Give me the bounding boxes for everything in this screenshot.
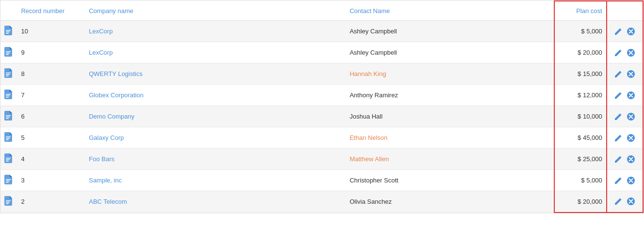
action-buttons xyxy=(611,47,639,58)
company-name[interactable]: LexCorp xyxy=(85,21,346,42)
table-row: 3Sample, incChristopher Scott$ 5,000 xyxy=(0,170,643,191)
edit-button[interactable] xyxy=(613,26,624,37)
action-buttons xyxy=(611,69,639,79)
delete-button[interactable] xyxy=(626,133,636,143)
edit-button[interactable] xyxy=(613,90,624,101)
table-row: 9LexCorpAshley Campbell$ 20,000 xyxy=(0,42,643,63)
company-name[interactable]: Foo Bars xyxy=(85,149,346,170)
company-link[interactable]: ABC Telecom xyxy=(89,198,127,205)
svg-rect-12 xyxy=(6,94,11,95)
action-buttons xyxy=(611,175,639,186)
company-name[interactable]: Globex Corporation xyxy=(85,85,346,106)
svg-rect-1 xyxy=(6,31,10,32)
delete-button[interactable] xyxy=(626,196,636,207)
company-name[interactable]: ABC Telecom xyxy=(85,191,346,212)
company-name[interactable]: QWERTY Logistics xyxy=(85,63,346,85)
delete-button[interactable] xyxy=(626,175,636,186)
svg-rect-17 xyxy=(6,117,10,118)
company-name[interactable]: Demo Company xyxy=(85,106,346,127)
record-number: 8 xyxy=(17,63,85,85)
actions-cell xyxy=(607,127,643,149)
action-buttons xyxy=(611,196,639,207)
header-actions xyxy=(607,1,643,21)
contact-name: Anthony Ramirez xyxy=(346,85,554,106)
record-number: 4 xyxy=(17,149,85,170)
row-doc-icon-cell xyxy=(0,42,17,63)
actions-cell xyxy=(607,63,643,85)
actions-cell xyxy=(607,106,643,127)
delete-button[interactable] xyxy=(626,90,636,101)
plan-cost: $ 25,000 xyxy=(554,149,607,170)
document-icon xyxy=(4,132,12,142)
document-icon xyxy=(4,26,12,35)
svg-rect-34 xyxy=(6,203,9,204)
record-number: 3 xyxy=(17,170,85,191)
record-number: 10 xyxy=(17,21,85,42)
row-doc-icon-cell xyxy=(0,63,17,85)
company-link[interactable]: Globex Corporation xyxy=(89,91,144,99)
svg-rect-26 xyxy=(6,161,9,162)
company-name[interactable]: LexCorp xyxy=(85,42,346,63)
document-icon xyxy=(4,153,12,163)
contact-name: Joshua Hall xyxy=(346,106,554,127)
plan-cost: $ 5,000 xyxy=(554,21,607,42)
company-link[interactable]: LexCorp xyxy=(89,28,113,35)
header-contact-name: Contact Name xyxy=(346,1,554,21)
svg-rect-18 xyxy=(6,118,9,119)
company-link[interactable]: QWERTY Logistics xyxy=(89,70,143,77)
svg-rect-16 xyxy=(6,115,11,116)
record-number: 7 xyxy=(17,85,85,106)
action-buttons xyxy=(611,111,639,122)
svg-rect-30 xyxy=(6,182,9,183)
contact-name: Hannah King xyxy=(346,63,554,85)
delete-button[interactable] xyxy=(626,154,636,165)
action-buttons xyxy=(611,26,639,37)
actions-cell xyxy=(607,85,643,106)
row-doc-icon-cell xyxy=(0,127,17,149)
svg-rect-22 xyxy=(6,139,9,140)
svg-rect-32 xyxy=(6,200,11,201)
edit-button[interactable] xyxy=(613,175,624,186)
table-row: 8QWERTY LogisticsHannah King$ 15,000 xyxy=(0,63,643,85)
company-link[interactable]: Demo Company xyxy=(89,113,134,120)
company-link[interactable]: Sample, inc xyxy=(89,177,122,184)
document-icon xyxy=(4,175,12,184)
plan-cost: $ 10,000 xyxy=(554,106,607,127)
table-row: 4Foo BarsMatthew Allen$ 25,000 xyxy=(0,149,643,170)
record-number: 6 xyxy=(17,106,85,127)
company-link[interactable]: LexCorp xyxy=(89,49,113,56)
document-icon xyxy=(4,68,12,78)
edit-button[interactable] xyxy=(613,196,624,207)
svg-rect-25 xyxy=(6,159,10,160)
company-link[interactable]: Foo Bars xyxy=(89,155,114,163)
company-name[interactable]: Galaxy Corp xyxy=(85,127,346,149)
company-name[interactable]: Sample, inc xyxy=(85,170,346,191)
edit-button[interactable] xyxy=(613,133,624,143)
svg-rect-2 xyxy=(6,33,9,34)
edit-button[interactable] xyxy=(613,111,624,122)
plan-cost: $ 15,000 xyxy=(554,63,607,85)
company-link[interactable]: Galaxy Corp xyxy=(89,134,124,141)
plan-cost: $ 5,000 xyxy=(554,170,607,191)
svg-rect-4 xyxy=(6,51,11,52)
delete-button[interactable] xyxy=(626,111,636,122)
header-icon-col xyxy=(0,1,17,21)
document-icon xyxy=(4,47,12,57)
row-doc-icon-cell xyxy=(0,21,17,42)
record-number: 9 xyxy=(17,42,85,63)
records-table: Record number Company name Contact Name … xyxy=(0,0,644,213)
plan-cost: $ 20,000 xyxy=(554,42,607,63)
record-number: 2 xyxy=(17,191,85,212)
delete-button[interactable] xyxy=(626,69,636,79)
edit-button[interactable] xyxy=(613,69,624,79)
edit-button[interactable] xyxy=(613,154,624,165)
header-company-name: Company name xyxy=(85,1,346,21)
contact-name: Christopher Scott xyxy=(346,170,554,191)
delete-button[interactable] xyxy=(626,47,636,58)
edit-button[interactable] xyxy=(613,47,624,58)
record-number: 5 xyxy=(17,127,85,149)
contact-name: Matthew Allen xyxy=(346,149,554,170)
actions-cell xyxy=(607,191,643,212)
row-doc-icon-cell xyxy=(0,191,17,212)
delete-button[interactable] xyxy=(626,26,636,37)
